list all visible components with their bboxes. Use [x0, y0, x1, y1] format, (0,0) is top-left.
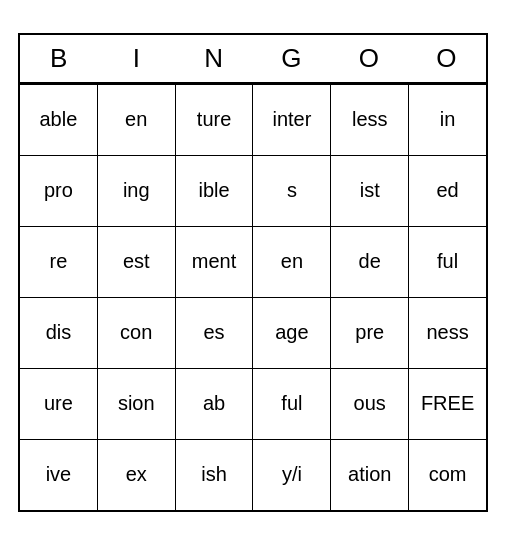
bingo-cell-4-1: sion: [98, 369, 176, 439]
bingo-cell-1-2: ible: [176, 156, 254, 226]
bingo-cell-2-3: en: [253, 227, 331, 297]
bingo-cell-3-1: con: [98, 298, 176, 368]
bingo-row-2: reestmentendeful: [20, 226, 486, 297]
bingo-cell-1-3: s: [253, 156, 331, 226]
bingo-cell-3-0: dis: [20, 298, 98, 368]
bingo-grid: ableentureinterlessinproingiblesistedree…: [20, 84, 486, 510]
bingo-row-4: uresionabfulousFREE: [20, 368, 486, 439]
header-cell-B: B: [20, 35, 98, 82]
bingo-cell-0-3: inter: [253, 85, 331, 155]
bingo-cell-0-4: less: [331, 85, 409, 155]
bingo-cell-5-1: ex: [98, 440, 176, 510]
bingo-cell-2-4: de: [331, 227, 409, 297]
header-cell-N: N: [175, 35, 253, 82]
bingo-cell-3-3: age: [253, 298, 331, 368]
bingo-cell-2-5: ful: [409, 227, 486, 297]
bingo-cell-4-3: ful: [253, 369, 331, 439]
header-cell-O: O: [408, 35, 487, 82]
bingo-cell-5-0: ive: [20, 440, 98, 510]
header-cell-I: I: [98, 35, 176, 82]
bingo-row-1: proingiblesisted: [20, 155, 486, 226]
bingo-row-0: ableentureinterlessin: [20, 84, 486, 155]
bingo-cell-1-0: pro: [20, 156, 98, 226]
bingo-cell-5-2: ish: [176, 440, 254, 510]
bingo-header: BINGOO: [20, 35, 486, 84]
bingo-cell-4-0: ure: [20, 369, 98, 439]
bingo-cell-4-2: ab: [176, 369, 254, 439]
bingo-cell-1-4: ist: [331, 156, 409, 226]
bingo-cell-4-4: ous: [331, 369, 409, 439]
header-cell-O: O: [330, 35, 408, 82]
bingo-cell-1-1: ing: [98, 156, 176, 226]
bingo-cell-5-4: ation: [331, 440, 409, 510]
bingo-cell-0-1: en: [98, 85, 176, 155]
bingo-cell-1-5: ed: [409, 156, 486, 226]
bingo-cell-2-1: est: [98, 227, 176, 297]
bingo-cell-5-3: y/i: [253, 440, 331, 510]
bingo-cell-2-0: re: [20, 227, 98, 297]
bingo-card: BINGOO ableentureinterlessinproingiblesi…: [18, 33, 488, 512]
header-cell-G: G: [253, 35, 331, 82]
bingo-cell-0-2: ture: [176, 85, 254, 155]
bingo-cell-3-5: ness: [409, 298, 486, 368]
bingo-row-5: iveexishy/iationcom: [20, 439, 486, 510]
bingo-cell-0-5: in: [409, 85, 486, 155]
bingo-cell-3-2: es: [176, 298, 254, 368]
bingo-cell-2-2: ment: [176, 227, 254, 297]
bingo-cell-5-5: com: [409, 440, 486, 510]
bingo-row-3: disconesagepreness: [20, 297, 486, 368]
bingo-cell-0-0: able: [20, 85, 98, 155]
bingo-cell-4-5: FREE: [409, 369, 486, 439]
bingo-cell-3-4: pre: [331, 298, 409, 368]
